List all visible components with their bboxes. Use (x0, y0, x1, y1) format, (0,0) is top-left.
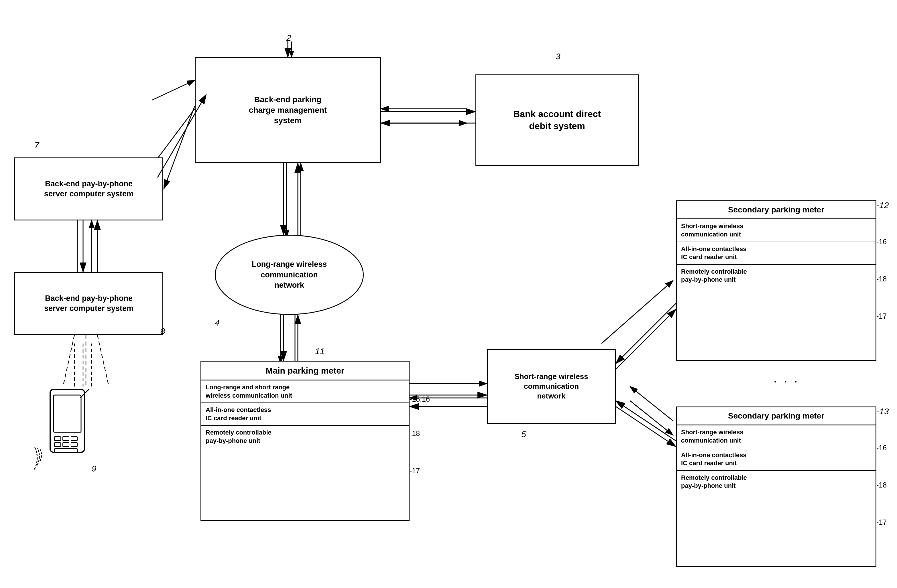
num-2: 2 (286, 33, 291, 43)
main-long-short-label: Long-range and short rangewireless commu… (206, 383, 292, 399)
sec1-ic-label: All-in-one contactlessIC card reader uni… (681, 245, 747, 261)
sec1-short-label: Short-range wirelesscommunication unit (681, 223, 744, 238)
main-parking-meter-box: Main parking meter Long-range and short … (201, 361, 410, 521)
back-end-pay2-box: Back-end pay-by-phone server computer sy… (14, 272, 163, 335)
back-end-pay2-label: Back-end pay-by-phone server computer sy… (44, 293, 133, 313)
main-phone-label: Remotely controllablepay-by-phone unit (206, 429, 271, 444)
num-3: 3 (556, 52, 560, 61)
num-16c: -16 (876, 444, 887, 452)
svg-rect-27 (71, 437, 77, 441)
bank-account-label: Bank account direct debit system (513, 108, 601, 132)
svg-rect-29 (63, 443, 69, 447)
main-ic-label: All-in-one contactlessIC card reader uni… (206, 406, 271, 422)
secondary-meter1-box: Secondary parking meter Short-range wire… (676, 200, 876, 361)
svg-line-52 (63, 335, 75, 386)
num-4: 4 (215, 318, 220, 327)
num-18b: -18 (876, 275, 887, 283)
svg-rect-28 (54, 443, 61, 447)
long-range-wireless-ellipse: Long-range wireless communication networ… (215, 235, 364, 315)
num-15-16: -15.16 (410, 395, 430, 403)
num-12: -12 (876, 200, 889, 210)
bank-account-box: Bank account direct debit system (475, 75, 639, 166)
secondary-meter2-box: Secondary parking meter Short-range wire… (676, 406, 876, 567)
back-end-parking-label: Back-end parking charge management syste… (249, 95, 327, 126)
mobile-phone-icon (34, 386, 100, 495)
svg-line-8 (152, 80, 195, 100)
dots: . . . (773, 369, 799, 386)
svg-line-49 (616, 401, 676, 441)
svg-line-14 (630, 401, 673, 435)
svg-line-46 (616, 309, 676, 369)
svg-rect-24 (54, 395, 81, 432)
num-5: 5 (521, 429, 526, 439)
svg-rect-30 (71, 443, 77, 447)
sec2-phone-label: Remotely controllablepay-by-phone unit (681, 474, 747, 490)
svg-line-54 (97, 335, 109, 386)
num-17a: -17 (410, 467, 420, 475)
short-range-wireless-label: Short-range wireless communication netwo… (514, 372, 588, 401)
svg-line-38 (164, 106, 195, 189)
svg-line-48 (616, 406, 676, 447)
num-16b: -16 (876, 238, 887, 246)
back-end-parking-box: Back-end parking charge management syste… (195, 57, 381, 163)
num-7: 7 (34, 140, 39, 150)
sec1-phone-label: Remotely controllablepay-by-phone unit (681, 268, 747, 283)
back-end-pay1-label: Back-end pay-by-phone server computer sy… (44, 179, 133, 199)
num-8: 8 (161, 326, 165, 336)
num-11: 11 (315, 347, 325, 356)
num-13: -13 (876, 406, 889, 416)
short-range-wireless-box: Short-range wireless communication netwo… (487, 349, 616, 424)
secondary-meter1-label: Secondary parking meter (728, 205, 824, 214)
sec2-ic-label: All-in-one contactlessIC card reader uni… (681, 451, 747, 467)
svg-line-15 (630, 386, 673, 421)
num-17c: -17 (876, 518, 887, 527)
num-18a: -18 (410, 429, 420, 438)
svg-rect-26 (63, 437, 69, 441)
num-17b: -17 (876, 312, 887, 320)
num-9: 9 (92, 464, 96, 473)
secondary-meter2-label: Secondary parking meter (728, 411, 824, 420)
sec2-short-label: Short-range wirelesscommunication unit (681, 429, 744, 444)
back-end-pay1-box: Back-end pay-by-phone server computer sy… (14, 157, 163, 220)
num-18c: -18 (876, 481, 887, 489)
svg-rect-25 (54, 437, 61, 441)
svg-line-47 (616, 304, 676, 363)
main-parking-meter-label: Main parking meter (265, 366, 344, 375)
long-range-wireless-label: Long-range wireless communication networ… (252, 259, 327, 290)
svg-line-13 (602, 281, 673, 344)
